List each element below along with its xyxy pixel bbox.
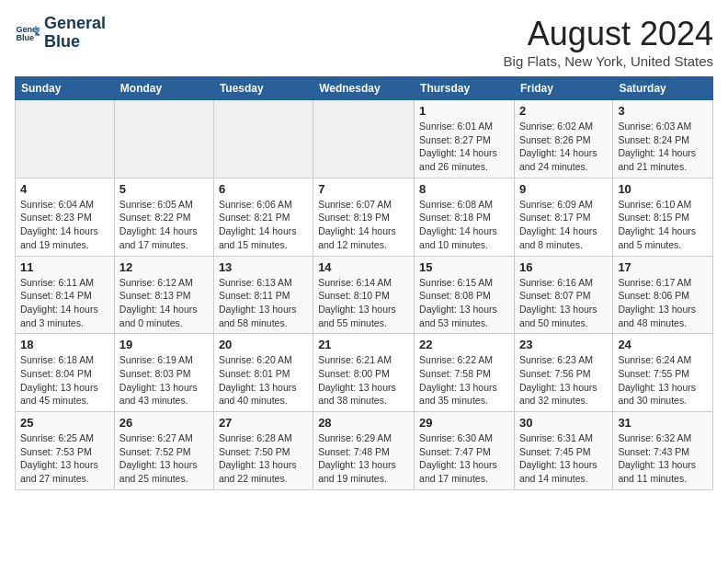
day-info: Sunrise: 6:21 AMSunset: 8:00 PMDaylight:… <box>318 353 409 408</box>
day-info: Sunrise: 6:18 AMSunset: 8:04 PMDaylight:… <box>20 353 109 408</box>
calendar-cell-5: 5Sunrise: 6:05 AMSunset: 8:22 PMDaylight… <box>114 178 213 256</box>
day-number: 26 <box>119 416 209 430</box>
weekday-header-wednesday: Wednesday <box>313 77 415 100</box>
page-header: General Blue General Blue August 2024 Bi… <box>15 15 713 69</box>
calendar-cell-25: 25Sunrise: 6:25 AMSunset: 7:53 PMDayligh… <box>16 412 115 490</box>
day-info: Sunrise: 6:19 AMSunset: 8:03 PMDaylight:… <box>119 353 209 408</box>
logo: General Blue General Blue <box>15 15 106 52</box>
day-number: 2 <box>519 104 608 118</box>
day-number: 16 <box>519 260 608 274</box>
calendar-table: SundayMondayTuesdayWednesdayThursdayFrid… <box>15 76 713 490</box>
day-info: Sunrise: 6:11 AMSunset: 8:14 PMDaylight:… <box>20 276 109 330</box>
weekday-header-thursday: Thursday <box>415 77 515 100</box>
weekday-header-friday: Friday <box>514 77 612 100</box>
logo-icon: General Blue <box>15 20 40 46</box>
weekday-header-saturday: Saturday <box>613 77 713 100</box>
day-info: Sunrise: 6:09 AMSunset: 8:17 PMDaylight:… <box>519 198 608 252</box>
calendar-cell-22: 22Sunrise: 6:22 AMSunset: 7:58 PMDayligh… <box>415 334 515 412</box>
day-number: 25 <box>20 416 109 430</box>
calendar-cell-16: 16Sunrise: 6:16 AMSunset: 8:07 PMDayligh… <box>514 256 612 334</box>
calendar-cell-4: 4Sunrise: 6:04 AMSunset: 8:23 PMDaylight… <box>16 178 115 256</box>
day-number: 5 <box>119 182 209 196</box>
month-title: August 2024 <box>504 15 713 53</box>
day-info: Sunrise: 6:06 AMSunset: 8:21 PMDaylight:… <box>219 198 308 252</box>
day-number: 20 <box>219 338 308 351</box>
calendar-cell-empty <box>313 100 415 178</box>
day-number: 3 <box>618 104 708 118</box>
day-info: Sunrise: 6:02 AMSunset: 8:26 PMDaylight:… <box>519 120 608 174</box>
day-info: Sunrise: 6:12 AMSunset: 8:13 PMDaylight:… <box>119 276 209 330</box>
day-number: 4 <box>20 182 109 196</box>
day-number: 22 <box>419 338 509 351</box>
calendar-cell-11: 11Sunrise: 6:11 AMSunset: 8:14 PMDayligh… <box>16 256 115 334</box>
calendar-cell-empty <box>213 100 313 178</box>
calendar-cell-29: 29Sunrise: 6:30 AMSunset: 7:47 PMDayligh… <box>415 412 515 490</box>
day-info: Sunrise: 6:04 AMSunset: 8:23 PMDaylight:… <box>20 198 109 252</box>
day-number: 13 <box>219 260 308 274</box>
day-number: 23 <box>519 338 608 351</box>
day-number: 27 <box>219 416 308 430</box>
calendar-cell-21: 21Sunrise: 6:21 AMSunset: 8:00 PMDayligh… <box>313 334 415 412</box>
day-number: 6 <box>219 182 308 196</box>
calendar-cell-20: 20Sunrise: 6:20 AMSunset: 8:01 PMDayligh… <box>213 334 313 412</box>
calendar-cell-8: 8Sunrise: 6:08 AMSunset: 8:18 PMDaylight… <box>415 178 515 256</box>
calendar-cell-2: 2Sunrise: 6:02 AMSunset: 8:26 PMDaylight… <box>514 100 612 178</box>
day-info: Sunrise: 6:01 AMSunset: 8:27 PMDaylight:… <box>419 120 509 174</box>
day-info: Sunrise: 6:23 AMSunset: 7:56 PMDaylight:… <box>519 353 608 408</box>
calendar-cell-6: 6Sunrise: 6:06 AMSunset: 8:21 PMDaylight… <box>213 178 313 256</box>
weekday-header-sunday: Sunday <box>16 77 115 100</box>
day-info: Sunrise: 6:27 AMSunset: 7:52 PMDaylight:… <box>119 431 209 486</box>
day-info: Sunrise: 6:30 AMSunset: 7:47 PMDaylight:… <box>419 431 509 486</box>
day-number: 8 <box>419 182 509 196</box>
day-info: Sunrise: 6:10 AMSunset: 8:15 PMDaylight:… <box>618 198 708 252</box>
day-number: 14 <box>318 260 409 274</box>
day-number: 21 <box>318 338 409 351</box>
day-number: 30 <box>519 416 608 430</box>
day-number: 19 <box>119 338 209 351</box>
calendar-cell-27: 27Sunrise: 6:28 AMSunset: 7:50 PMDayligh… <box>213 412 313 490</box>
logo-text-line1: General <box>44 15 106 33</box>
day-number: 10 <box>618 182 708 196</box>
calendar-cell-18: 18Sunrise: 6:18 AMSunset: 8:04 PMDayligh… <box>16 334 115 412</box>
day-number: 7 <box>318 182 409 196</box>
day-number: 28 <box>318 416 409 430</box>
calendar-cell-9: 9Sunrise: 6:09 AMSunset: 8:17 PMDaylight… <box>514 178 612 256</box>
day-info: Sunrise: 6:32 AMSunset: 7:43 PMDaylight:… <box>618 431 708 486</box>
calendar-cell-12: 12Sunrise: 6:12 AMSunset: 8:13 PMDayligh… <box>114 256 213 334</box>
day-info: Sunrise: 6:25 AMSunset: 7:53 PMDaylight:… <box>20 431 109 486</box>
calendar-cell-15: 15Sunrise: 6:15 AMSunset: 8:08 PMDayligh… <box>415 256 515 334</box>
calendar-cell-1: 1Sunrise: 6:01 AMSunset: 8:27 PMDaylight… <box>415 100 515 178</box>
day-number: 9 <box>519 182 608 196</box>
day-number: 11 <box>20 260 109 274</box>
day-number: 29 <box>419 416 509 430</box>
day-info: Sunrise: 6:24 AMSunset: 7:55 PMDaylight:… <box>618 353 708 408</box>
day-number: 17 <box>618 260 708 274</box>
weekday-header-tuesday: Tuesday <box>213 77 313 100</box>
calendar-cell-31: 31Sunrise: 6:32 AMSunset: 7:43 PMDayligh… <box>613 412 713 490</box>
day-info: Sunrise: 6:15 AMSunset: 8:08 PMDaylight:… <box>419 276 509 330</box>
day-info: Sunrise: 6:07 AMSunset: 8:19 PMDaylight:… <box>318 198 409 252</box>
calendar-cell-empty <box>16 100 115 178</box>
calendar-cell-17: 17Sunrise: 6:17 AMSunset: 8:06 PMDayligh… <box>613 256 713 334</box>
calendar-cell-14: 14Sunrise: 6:14 AMSunset: 8:10 PMDayligh… <box>313 256 415 334</box>
weekday-header-monday: Monday <box>114 77 213 100</box>
svg-text:Blue: Blue <box>16 33 34 42</box>
day-info: Sunrise: 6:16 AMSunset: 8:07 PMDaylight:… <box>519 276 608 330</box>
calendar-cell-3: 3Sunrise: 6:03 AMSunset: 8:24 PMDaylight… <box>613 100 713 178</box>
day-number: 15 <box>419 260 509 274</box>
calendar-cell-empty <box>114 100 213 178</box>
day-number: 1 <box>419 104 509 118</box>
calendar-cell-24: 24Sunrise: 6:24 AMSunset: 7:55 PMDayligh… <box>613 334 713 412</box>
day-info: Sunrise: 6:08 AMSunset: 8:18 PMDaylight:… <box>419 198 509 252</box>
location-title: Big Flats, New York, United States <box>504 53 713 69</box>
calendar-cell-13: 13Sunrise: 6:13 AMSunset: 8:11 PMDayligh… <box>213 256 313 334</box>
day-info: Sunrise: 6:22 AMSunset: 7:58 PMDaylight:… <box>419 353 509 408</box>
day-info: Sunrise: 6:13 AMSunset: 8:11 PMDaylight:… <box>219 276 308 330</box>
day-number: 18 <box>20 338 109 351</box>
calendar-cell-28: 28Sunrise: 6:29 AMSunset: 7:48 PMDayligh… <box>313 412 415 490</box>
calendar-cell-23: 23Sunrise: 6:23 AMSunset: 7:56 PMDayligh… <box>514 334 612 412</box>
day-number: 12 <box>119 260 209 274</box>
day-info: Sunrise: 6:29 AMSunset: 7:48 PMDaylight:… <box>318 431 409 486</box>
calendar-cell-10: 10Sunrise: 6:10 AMSunset: 8:15 PMDayligh… <box>613 178 713 256</box>
day-info: Sunrise: 6:31 AMSunset: 7:45 PMDaylight:… <box>519 431 608 486</box>
